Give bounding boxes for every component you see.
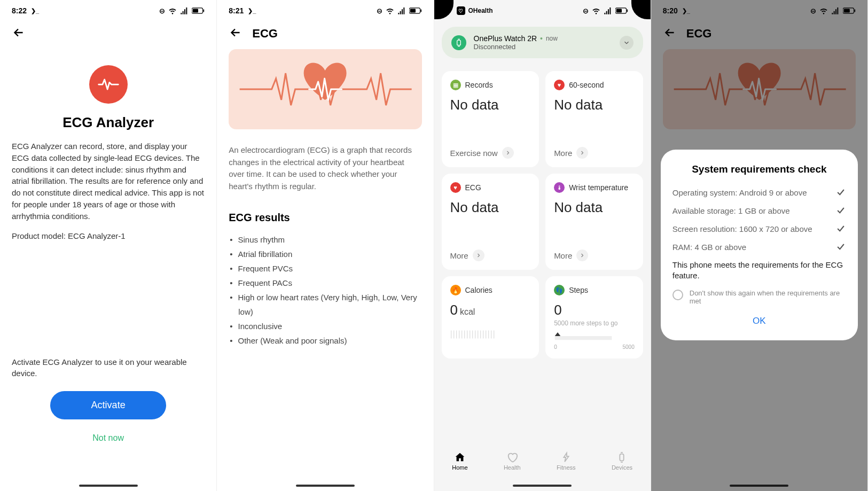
watch-icon	[451, 35, 466, 50]
home-indicator[interactable]	[79, 485, 138, 487]
chevron-right-icon	[502, 147, 514, 159]
dont-show-again-checkbox[interactable]: Don't show this again when the requireme…	[672, 289, 846, 305]
tab-devices[interactable]: Devices	[612, 451, 632, 471]
axis-min: 0	[554, 344, 557, 350]
back-arrow-icon[interactable]	[229, 26, 243, 42]
list-item: Inconclusive	[238, 319, 421, 333]
axis-max: 5000	[623, 344, 635, 350]
system-requirements-dialog: System requirements check Operating syst…	[661, 150, 858, 340]
screen-4-system-requirements: 8:20 ❯_ ⊝ ECG Inconclusive	[651, 0, 868, 491]
check-icon	[835, 187, 846, 198]
bottom-tabbar: Home Health Fitness Devices	[434, 447, 651, 475]
card-value: 0	[554, 302, 635, 318]
check-icon	[835, 241, 846, 252]
description-text: ECG Analyzer can record, store, and disp…	[12, 141, 205, 222]
notif-time: now	[546, 35, 558, 42]
heart-icon: ♥	[554, 80, 565, 90]
card-value: No data	[554, 199, 635, 216]
notif-title: OnePlus Watch 2R	[474, 34, 537, 43]
dialog-title: System requirements check	[672, 163, 846, 175]
card-label: Wrist temperature	[569, 183, 628, 192]
steps-subtext: 5000 more steps to go	[554, 319, 635, 327]
card-label: 60-second	[569, 81, 604, 89]
card-60-second[interactable]: ♥ 60-second No data More	[545, 71, 643, 167]
list-item: Frequent PACs	[238, 276, 421, 290]
watch-notification[interactable]: OnePlus Watch 2R • now Disconnected	[442, 27, 643, 58]
card-value: No data	[450, 97, 531, 113]
card-action[interactable]: Exercise now	[450, 147, 531, 159]
activate-button[interactable]: Activate	[50, 391, 166, 419]
svg-rect-9	[457, 40, 460, 45]
wifi-icon	[386, 6, 394, 15]
screen-2-ecg-info: 8:21 ❯_ ⊝ ECG An electrocardiogram (ECG)…	[217, 0, 434, 491]
card-action[interactable]: More	[554, 147, 635, 159]
status-terminal-icon: ❯_	[31, 7, 39, 14]
list-item: Frequent PVCs	[238, 261, 421, 276]
steps-icon: 👣	[554, 285, 565, 295]
svg-rect-2	[204, 9, 205, 12]
card-ecg[interactable]: ♥ ECG No data More	[442, 174, 539, 270]
status-right-icons: ⊝	[377, 6, 422, 15]
notif-sub: Disconnected	[474, 43, 612, 51]
card-steps[interactable]: 👣 Steps 0 5000 more steps to go 0 5000	[545, 276, 643, 358]
card-value: No data	[450, 199, 531, 216]
thermometer-icon: 🌡	[554, 182, 565, 193]
list-item: Sinus rhythm	[238, 232, 421, 247]
home-indicator[interactable]	[296, 485, 355, 487]
calories-sparkline	[450, 325, 504, 339]
svg-rect-4	[410, 9, 415, 13]
ecg-results-list: Sinus rhythm Atrial fibrillation Frequen…	[217, 232, 433, 348]
req-row-storage: Available storage: 1 GB or above	[672, 205, 846, 216]
fire-icon: 🔥	[450, 285, 461, 295]
tab-home[interactable]: Home	[452, 451, 467, 471]
page-title: ECG Analyzer	[12, 114, 205, 131]
card-action[interactable]: More	[450, 250, 531, 261]
signal-icon	[180, 6, 189, 15]
tab-fitness[interactable]: Fitness	[557, 451, 575, 471]
card-wrist-temperature[interactable]: 🌡 Wrist temperature No data More	[545, 174, 643, 270]
list-item: High or low heart rates (Very high, High…	[238, 290, 421, 319]
battery-icon	[192, 7, 205, 14]
product-model-text: Product model: ECG Analyzer-1	[12, 230, 205, 242]
screen-1-ecg-analyzer: 8:22 ❯_ ⊝ ECG Analyzer ECG Analyzer can …	[0, 0, 217, 491]
card-unit: kcal	[460, 307, 475, 316]
dnd-icon: ⊝	[377, 7, 382, 15]
back-arrow-icon[interactable]	[12, 26, 26, 42]
page-title: ECG	[252, 27, 278, 41]
chevron-right-icon	[576, 250, 588, 261]
card-value: No data	[554, 97, 635, 113]
chevron-right-icon	[576, 147, 588, 159]
home-indicator[interactable]	[513, 485, 572, 487]
chevron-down-icon[interactable]	[620, 36, 634, 50]
ecg-icon: ♥	[450, 182, 461, 193]
activate-prompt: Activate ECG Analyzer to use it on your …	[12, 356, 205, 380]
tab-health[interactable]: Health	[504, 451, 521, 471]
card-records[interactable]: ▦ Records No data Exercise now	[442, 71, 539, 167]
ok-button[interactable]: OK	[672, 309, 846, 333]
notch-decoration	[434, 0, 651, 19]
ecg-results-title: ECG results	[217, 212, 433, 224]
screen-3-ohealth-home: ♡ OHealth ⊝ OnePlus Watch 2R • now Disco…	[434, 0, 651, 491]
card-calories[interactable]: 🔥 Calories 0kcal	[442, 276, 539, 358]
chevron-right-icon	[473, 250, 484, 261]
svg-rect-5	[420, 9, 421, 12]
ecg-pulse-icon	[89, 65, 128, 104]
status-time: 8:22	[12, 6, 27, 15]
checkbox-icon	[672, 290, 683, 300]
status-time: 8:21	[229, 6, 244, 15]
list-item: Other (Weak and poor signals)	[238, 333, 421, 348]
status-bar: 8:22 ❯_ ⊝	[0, 0, 216, 18]
card-value: 0kcal	[450, 302, 531, 318]
card-action[interactable]: More	[554, 250, 635, 261]
status-terminal-icon: ❯_	[248, 7, 256, 14]
steps-progress-bar: 0 5000	[554, 332, 635, 350]
status-bar: 8:21 ❯_ ⊝	[217, 0, 433, 18]
not-now-button[interactable]: Not now	[12, 433, 205, 443]
svg-marker-27	[555, 332, 561, 336]
card-label: Records	[465, 81, 493, 89]
list-item: Atrial fibrillation	[238, 247, 421, 261]
check-icon	[835, 205, 846, 216]
card-label: Steps	[569, 286, 588, 294]
ecg-hero-image	[229, 49, 421, 129]
records-icon: ▦	[450, 80, 461, 90]
